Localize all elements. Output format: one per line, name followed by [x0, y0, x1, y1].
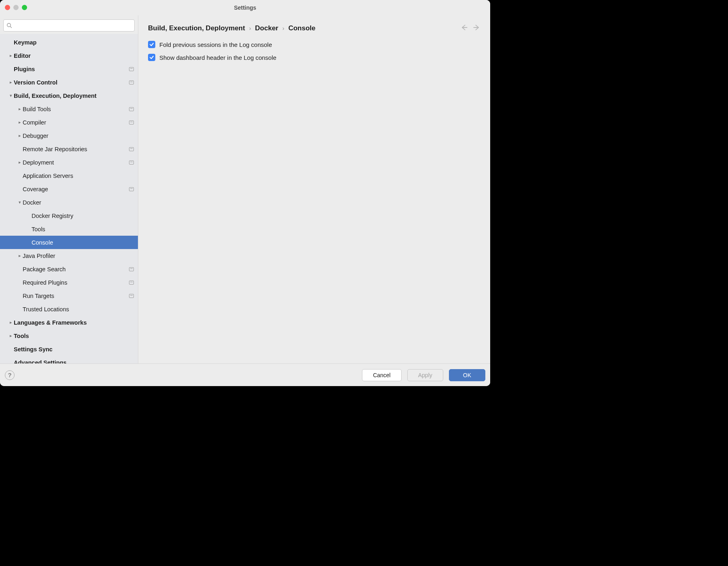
- window-title: Settings: [234, 4, 256, 11]
- tree-item-label: Required Plugins: [23, 279, 129, 286]
- tree-item-label: Debugger: [23, 133, 134, 139]
- project-scope-icon: [129, 67, 134, 71]
- project-scope-icon: [129, 80, 134, 84]
- tree-item-label: Docker: [23, 199, 134, 206]
- settings-content: Build, Execution, Deployment › Docker › …: [138, 15, 490, 363]
- tree-item-debugger[interactable]: ▸Debugger: [0, 129, 138, 142]
- ok-button[interactable]: OK: [449, 369, 485, 381]
- option-label: Show dashboard header in the Log console: [159, 54, 276, 61]
- project-scope-icon: [129, 120, 134, 125]
- search-icon: [6, 22, 13, 29]
- tree-item-label: Coverage: [23, 186, 129, 192]
- tree-item-deployment[interactable]: ▸Deployment: [0, 156, 138, 169]
- tree-item-label: Keymap: [14, 39, 134, 46]
- chevron-right-icon: ▸: [17, 160, 23, 165]
- tree-item-build-execution-deployment[interactable]: ▾Build, Execution, Deployment: [0, 89, 138, 102]
- chevron-right-icon: ▸: [17, 133, 23, 138]
- tree-item-label: Version Control: [14, 79, 129, 86]
- tree-item-advanced-settings[interactable]: ▸Advanced Settings: [0, 356, 138, 363]
- chevron-right-icon: ▸: [17, 120, 23, 125]
- tree-item-label: Application Servers: [23, 173, 134, 179]
- maximize-window-button[interactable]: [22, 5, 27, 10]
- search-input[interactable]: [13, 22, 134, 29]
- chevron-right-icon: ▸: [8, 53, 14, 58]
- tree-item-label: Trusted Locations: [23, 306, 134, 313]
- tree-item-build-tools[interactable]: ▸Build Tools: [0, 102, 138, 116]
- tree-item-label: Deployment: [23, 159, 129, 166]
- tree-item-tools[interactable]: ▸Tools: [0, 329, 138, 342]
- breadcrumb: Build, Execution, Deployment › Docker › …: [148, 24, 460, 32]
- apply-button[interactable]: Apply: [407, 369, 443, 381]
- chevron-right-icon: ▸: [8, 333, 14, 338]
- settings-body: ▸Keymap▸Editor▸Plugins▸Version Control▾B…: [0, 15, 490, 363]
- tree-item-keymap[interactable]: ▸Keymap: [0, 36, 138, 49]
- project-scope-icon: [129, 294, 134, 298]
- checkbox[interactable]: [148, 41, 155, 48]
- tree-item-label: Settings Sync: [14, 346, 134, 353]
- chevron-right-icon: ▸: [17, 106, 23, 112]
- tree-item-docker-registry[interactable]: ▸Docker Registry: [0, 209, 138, 222]
- tree-item-java-profiler[interactable]: ▸Java Profiler: [0, 249, 138, 262]
- tree-item-languages-frameworks[interactable]: ▸Languages & Frameworks: [0, 316, 138, 329]
- tree-item-required-plugins[interactable]: ▸Required Plugins: [0, 276, 138, 289]
- option-0[interactable]: Fold previous sessions in the Log consol…: [148, 41, 480, 48]
- tree-item-package-search[interactable]: ▸Package Search: [0, 262, 138, 276]
- cancel-button[interactable]: Cancel: [362, 369, 402, 381]
- options-panel: Fold previous sessions in the Log consol…: [138, 41, 490, 61]
- breadcrumb-nav: [460, 23, 480, 33]
- option-1[interactable]: Show dashboard header in the Log console: [148, 54, 480, 61]
- breadcrumb-row: Build, Execution, Deployment › Docker › …: [138, 15, 490, 41]
- tree-item-application-servers[interactable]: ▸Application Servers: [0, 169, 138, 182]
- chevron-right-icon: ▸: [8, 80, 14, 85]
- tree-item-remote-jar-repositories[interactable]: ▸Remote Jar Repositories: [0, 142, 138, 156]
- settings-window: { "window": { "title": "Settings" }, "se…: [0, 0, 490, 386]
- window-controls: [5, 5, 27, 10]
- dialog-footer: ? Cancel Apply OK: [0, 363, 490, 386]
- tree-item-label: Remote Jar Repositories: [23, 146, 129, 152]
- chevron-down-icon: ▾: [8, 93, 14, 98]
- tree-item-label: Build, Execution, Deployment: [14, 93, 134, 99]
- settings-tree[interactable]: ▸Keymap▸Editor▸Plugins▸Version Control▾B…: [0, 34, 138, 363]
- chevron-down-icon: ▾: [17, 200, 23, 205]
- tree-item-coverage[interactable]: ▸Coverage: [0, 182, 138, 196]
- tree-item-label: Tools: [32, 226, 134, 232]
- search-wrap: [0, 15, 138, 34]
- help-button[interactable]: ?: [5, 370, 15, 380]
- project-scope-icon: [129, 267, 134, 271]
- option-label: Fold previous sessions in the Log consol…: [159, 41, 272, 48]
- breadcrumb-item[interactable]: Build, Execution, Deployment: [148, 24, 245, 32]
- tree-item-docker[interactable]: ▾Docker: [0, 196, 138, 209]
- checkbox[interactable]: [148, 54, 155, 61]
- tree-item-run-targets[interactable]: ▸Run Targets: [0, 289, 138, 302]
- svg-line-1: [10, 26, 11, 27]
- chevron-right-icon: ›: [249, 25, 251, 32]
- tree-item-label: Editor: [14, 53, 134, 59]
- tree-item-trusted-locations[interactable]: ▸Trusted Locations: [0, 302, 138, 316]
- tree-item-tools[interactable]: ▸Tools: [0, 222, 138, 236]
- tree-item-label: Languages & Frameworks: [14, 319, 134, 326]
- tree-item-plugins[interactable]: ▸Plugins: [0, 62, 138, 76]
- minimize-window-button[interactable]: [13, 5, 19, 10]
- tree-item-label: Docker Registry: [32, 213, 134, 219]
- tree-item-label: Plugins: [14, 66, 129, 72]
- back-button[interactable]: [460, 23, 468, 33]
- tree-item-version-control[interactable]: ▸Version Control: [0, 76, 138, 89]
- tree-item-editor[interactable]: ▸Editor: [0, 49, 138, 62]
- project-scope-icon: [129, 147, 134, 151]
- tree-item-label: Java Profiler: [23, 253, 134, 259]
- titlebar: Settings: [0, 0, 490, 15]
- close-window-button[interactable]: [5, 5, 10, 10]
- tree-item-label: Run Targets: [23, 293, 129, 299]
- chevron-right-icon: ▸: [17, 253, 23, 258]
- tree-item-console[interactable]: ▸Console: [0, 236, 138, 249]
- settings-sidebar: ▸Keymap▸Editor▸Plugins▸Version Control▾B…: [0, 15, 138, 363]
- tree-item-compiler[interactable]: ▸Compiler: [0, 116, 138, 129]
- project-scope-icon: [129, 107, 134, 111]
- breadcrumb-item[interactable]: Docker: [255, 24, 279, 32]
- project-scope-icon: [129, 281, 134, 285]
- forward-button[interactable]: [472, 23, 480, 33]
- tree-item-label: Advanced Settings: [14, 359, 134, 364]
- search-box[interactable]: [3, 19, 135, 32]
- tree-item-settings-sync[interactable]: ▸Settings Sync: [0, 342, 138, 356]
- breadcrumb-item: Console: [288, 24, 315, 32]
